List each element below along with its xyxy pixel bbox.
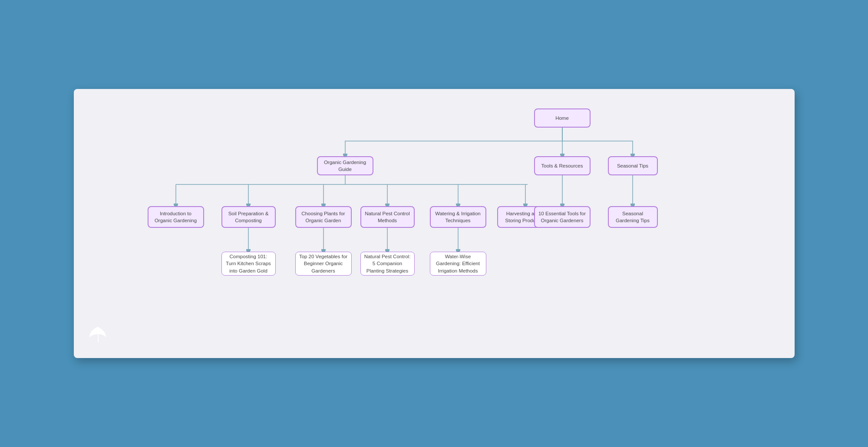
leaf-icon xyxy=(87,326,109,343)
main-diagram-card: Home Organic Gardening Guide Tools & Res… xyxy=(74,89,795,358)
node-tools-resources[interactable]: Tools & Resources xyxy=(534,156,591,175)
node-soil-prep[interactable]: Soil Preparation & Composting xyxy=(221,206,276,228)
node-composting-101[interactable]: Composting 101: Turn Kitchen Scraps into… xyxy=(221,252,276,276)
node-top20-veg[interactable]: Top 20 Vegetables for Beginner Organic G… xyxy=(295,252,352,276)
node-pest-control[interactable]: Natural Pest Control Methods xyxy=(360,206,415,228)
node-watering[interactable]: Watering & Irrigation Techniques xyxy=(430,206,486,228)
node-seasonal-tips-leaf[interactable]: Seasonal Gardening Tips xyxy=(608,206,658,228)
node-seasonal-tips[interactable]: Seasonal Tips xyxy=(608,156,658,175)
node-water-wise[interactable]: Water-Wise Gardening: Efficient Irrigati… xyxy=(430,252,486,276)
node-home[interactable]: Home xyxy=(534,108,591,128)
node-intro[interactable]: Introduction to Organic Gardening xyxy=(148,206,204,228)
node-organic-guide[interactable]: Organic Gardening Guide xyxy=(317,156,373,175)
node-tools-essential[interactable]: 10 Essential Tools for Organic Gardeners xyxy=(534,206,591,228)
node-choosing-plants[interactable]: Choosing Plants for Organic Garden xyxy=(295,206,352,228)
node-natural-pest-leaf[interactable]: Natural Pest Control: 5 Companion Planti… xyxy=(360,252,415,276)
logo xyxy=(87,326,109,345)
